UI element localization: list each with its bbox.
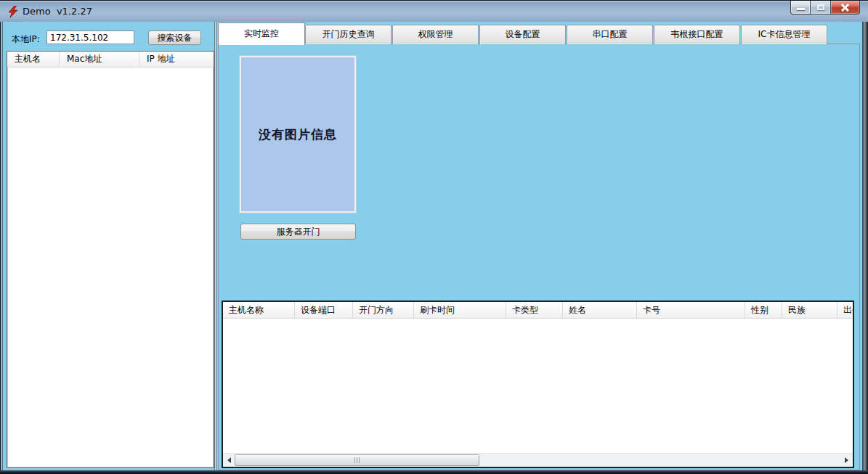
device-list-col-hostname[interactable]: 主机名 (7, 52, 60, 68)
records-col-card-number[interactable]: 卡号 (637, 302, 745, 319)
records-col-name[interactable]: 姓名 (563, 302, 637, 319)
title-bar[interactable]: Demo v1.2.27 (0, 0, 868, 22)
scrollbar-grip-icon (354, 457, 360, 463)
window-frame-right (862, 22, 868, 470)
device-list-header: 主机名 Mac地址 IP 地址 (7, 52, 214, 68)
device-list[interactable]: 主机名 Mac地址 IP 地址 (7, 51, 214, 468)
records-col-gender[interactable]: 性别 (745, 302, 782, 319)
close-icon (841, 4, 849, 12)
window-controls (790, 1, 860, 15)
scroll-right-button[interactable] (840, 454, 853, 467)
device-list-col-mac[interactable]: Mac地址 (60, 52, 139, 68)
minimize-icon (797, 8, 805, 10)
records-col-card-type[interactable]: 卡类型 (506, 302, 563, 319)
window-frame-bottom (0, 470, 868, 474)
records-col-swipe-time[interactable]: 刷卡时间 (414, 302, 506, 319)
minimize-button[interactable] (790, 1, 811, 15)
app-window: Demo v1.2.27 本地IP: 搜索设备 主机名 Mac地址 IP 地址 … (0, 0, 868, 474)
records-horizontal-scrollbar[interactable] (223, 453, 853, 467)
device-list-col-ip[interactable]: IP 地址 (139, 52, 214, 68)
local-ip-label: 本地IP: (12, 33, 40, 46)
tab-ic-card-mgmt[interactable]: IC卡信息管理 (741, 25, 827, 44)
search-device-button[interactable]: 搜索设备 (148, 30, 201, 45)
server-open-door-button[interactable]: 服务器开门 (240, 224, 356, 240)
window-title: Demo v1.2.27 (23, 6, 92, 17)
records-col-direction[interactable]: 开门方向 (353, 302, 414, 319)
records-col-device-port[interactable]: 设备端口 (295, 302, 353, 319)
tab-door-history[interactable]: 开门历史查询 (305, 25, 392, 44)
tab-wiegand-config[interactable]: 韦根接口配置 (654, 25, 740, 44)
sidebar-divider (214, 22, 216, 470)
records-col-birth-date[interactable]: 出生年月 (837, 302, 853, 319)
tab-realtime-monitor[interactable]: 实时监控 (218, 23, 305, 45)
swipe-records-table[interactable]: 主机名称 设备端口 开门方向 刷卡时间 卡类型 姓名 卡号 性别 民族 出生年月 (222, 301, 854, 468)
lightning-logo-icon (7, 6, 19, 17)
scroll-left-icon (227, 457, 231, 463)
scrollbar-thumb[interactable] (235, 454, 479, 466)
window-frame-left (0, 22, 3, 470)
scroll-left-button[interactable] (223, 454, 235, 467)
records-body (223, 319, 853, 453)
records-col-ethnicity[interactable]: 民族 (782, 302, 837, 319)
local-ip-input[interactable] (46, 30, 134, 44)
tab-permission-mgmt[interactable]: 权限管理 (392, 25, 479, 44)
tab-device-config[interactable]: 设备配置 (479, 25, 566, 44)
maximize-icon (817, 4, 824, 10)
photo-placeholder: 没有图片信息 (240, 56, 356, 213)
maximize-button[interactable] (811, 1, 831, 15)
scroll-right-icon (845, 457, 848, 463)
records-header-row: 主机名称 设备端口 开门方向 刷卡时间 卡类型 姓名 卡号 性别 民族 出生年月 (223, 302, 853, 319)
records-col-hostname[interactable]: 主机名称 (223, 302, 295, 319)
no-image-text: 没有图片信息 (259, 126, 337, 143)
tab-serial-config[interactable]: 串口配置 (567, 25, 653, 44)
close-button[interactable] (831, 1, 860, 15)
